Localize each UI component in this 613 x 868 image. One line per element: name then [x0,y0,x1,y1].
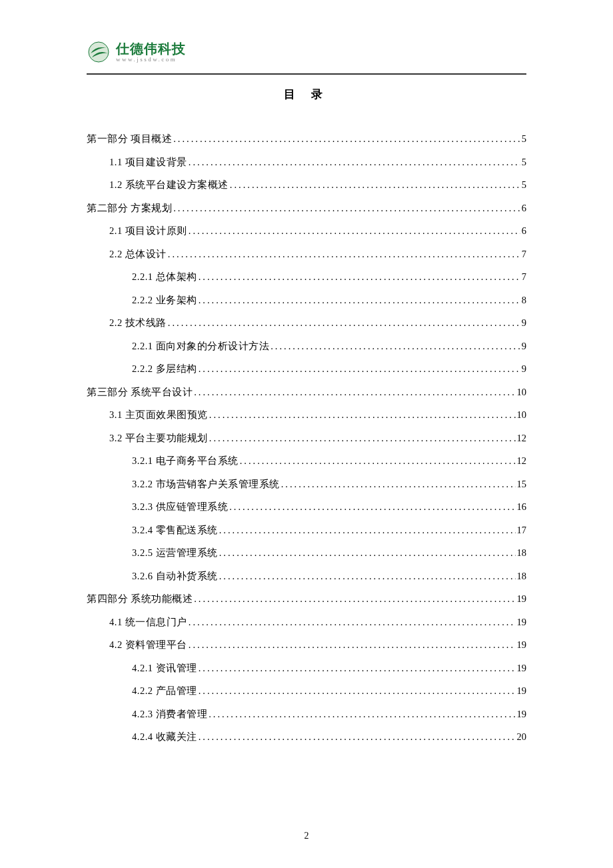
toc-entry-page: 17 [517,525,527,535]
toc-entry-page: 9 [522,318,526,328]
toc-leader-dots [189,617,516,627]
document-page: 仕德伟科技 www.jssdw.com 目 录 第一部分 项目概述51.1 项目… [0,0,613,782]
toc-leader-dots [189,640,516,650]
toc-entry: 4.2.3 消费者管理19 [87,709,526,719]
toc-leader-dots [199,732,516,742]
toc-leader-dots [219,571,516,581]
toc-entry-label: 4.2.3 消费者管理 [132,709,207,719]
toc-entry-label: 3.2.3 供应链管理系统 [132,502,228,512]
toc-entry: 第四部分 系统功能概述19 [87,594,526,604]
toc-entry-page: 15 [517,479,527,489]
toc-entry-label: 4.2.1 资讯管理 [132,663,197,673]
toc-entry-page: 20 [517,732,527,742]
company-url: www.jssdw.com [116,57,186,63]
page-footer: 2 [0,831,613,841]
toc-entry-label: 2.1 项目设计原则 [109,226,187,236]
toc-leader-dots [168,318,520,328]
toc-entry-page: 10 [517,387,527,397]
toc-leader-dots [281,479,516,489]
toc-entry: 2.2.1 总体架构7 [87,272,526,282]
company-logo-icon [87,40,111,64]
toc-leader-dots [230,180,520,190]
toc-leader-dots [194,387,515,397]
toc-entry-label: 第一部分 项目概述 [87,134,172,144]
toc-entry-page: 5 [522,157,526,167]
toc-entry-label: 1.2 系统平台建设方案概述 [109,180,229,190]
toc-entry-label: 3.2.6 自动补货系统 [132,571,218,581]
toc-entry: 3.2.6 自动补货系统18 [87,571,526,581]
toc-entry: 4.2.2 产品管理19 [87,686,526,696]
toc-entry-label: 3.2.2 市场营销客户关系管理系统 [132,479,280,489]
toc-entry-label: 2.2.2 业务架构 [132,295,197,305]
toc-entry: 2.2.1 面向对象的分析设计方法9 [87,341,526,351]
toc-entry-page: 6 [522,203,526,213]
toc-entry: 2.2.2 业务架构8 [87,295,526,305]
toc-entry: 1.1 项目建设背景5 [87,157,526,167]
toc-entry-label: 第二部分 方案规划 [87,203,172,213]
toc-entry-page: 18 [517,548,527,558]
toc-entry-page: 12 [517,433,527,443]
toc-entry-page: 19 [517,594,527,604]
toc-entry: 第三部分 系统平台设计10 [87,387,526,397]
toc-entry-label: 第三部分 系统平台设计 [87,387,193,397]
toc-leader-dots [209,410,516,420]
toc-entry-label: 4.1 统一信息门户 [109,617,187,627]
toc-entry-page: 8 [522,295,526,305]
toc-entry: 3.2 平台主要功能规划12 [87,433,526,443]
toc-entry-page: 19 [517,663,527,673]
company-name: 仕德伟科技 [116,42,186,55]
toc-leader-dots [189,157,520,167]
toc-leader-dots [199,663,516,673]
toc-entry-page: 12 [517,456,527,466]
toc-entry-label: 3.2.5 运营管理系统 [132,548,218,558]
toc-entry-label: 3.2.1 电子商务平台系统 [132,456,239,466]
toc-entry-page: 18 [517,571,527,581]
toc-entry-page: 9 [522,341,526,351]
toc-leader-dots [219,525,516,535]
toc-entry-page: 19 [517,686,527,696]
toc-entry: 3.2.1 电子商务平台系统12 [87,456,526,466]
company-logo-text: 仕德伟科技 www.jssdw.com [116,42,186,63]
toc-entry: 4.1 统一信息门户19 [87,617,526,627]
toc-entry: 3.1 主页面效果图预览10 [87,410,526,420]
toc-entry-label: 4.2.2 产品管理 [132,686,197,696]
toc-entry: 3.2.5 运营管理系统18 [87,548,526,558]
toc-leader-dots [199,272,520,282]
toc-leader-dots [194,594,515,604]
toc-leader-dots [199,364,520,374]
toc-entry: 2.2.2 多层结构9 [87,364,526,374]
toc-leader-dots [240,456,516,466]
toc-entry-label: 2.2.1 总体架构 [132,272,197,282]
toc-leader-dots [199,686,516,696]
page-number: 2 [305,831,309,841]
toc-leader-dots [189,226,520,236]
toc-entry: 2.2 技术线路9 [87,318,526,328]
toc-leader-dots [209,433,516,443]
toc-entry-page: 7 [522,249,526,259]
toc-entry-page: 7 [522,272,526,282]
toc-entry-label: 4.2 资料管理平台 [109,640,187,650]
toc-leader-dots [199,295,520,305]
toc-entry: 4.2.1 资讯管理19 [87,663,526,673]
toc-entry: 3.2.3 供应链管理系统 16 [87,502,526,512]
toc-leader-dots [219,548,516,558]
toc-entry: 第一部分 项目概述5 [87,134,526,144]
toc-entry-page: 19 [517,617,527,627]
toc-entry-page: 10 [517,410,527,420]
toc-entry: 3.2.2 市场营销客户关系管理系统15 [87,479,526,489]
toc-entry-label: 2.2 总体设计 [109,249,167,259]
toc-leader-dots [173,134,520,144]
toc-entry: 3.2.4 零售配送系统17 [87,525,526,535]
toc-entry-label: 3.2.4 零售配送系统 [132,525,218,535]
toc-entry: 4.2.4 收藏关注20 [87,732,526,742]
toc-entry-label: 第四部分 系统功能概述 [87,594,193,604]
toc-entry-label: 1.1 项目建设背景 [109,157,187,167]
toc-entry-page: 9 [522,364,526,374]
table-of-contents: 第一部分 项目概述51.1 项目建设背景51.2 系统平台建设方案概述5第二部分… [87,134,526,742]
toc-leader-dots [209,709,515,719]
page-header: 仕德伟科技 www.jssdw.com [87,40,526,75]
toc-entry-page: 5 [522,180,526,190]
toc-leader-dots [271,341,520,351]
toc-leader-dots [168,249,520,259]
toc-entry: 4.2 资料管理平台19 [87,640,526,650]
